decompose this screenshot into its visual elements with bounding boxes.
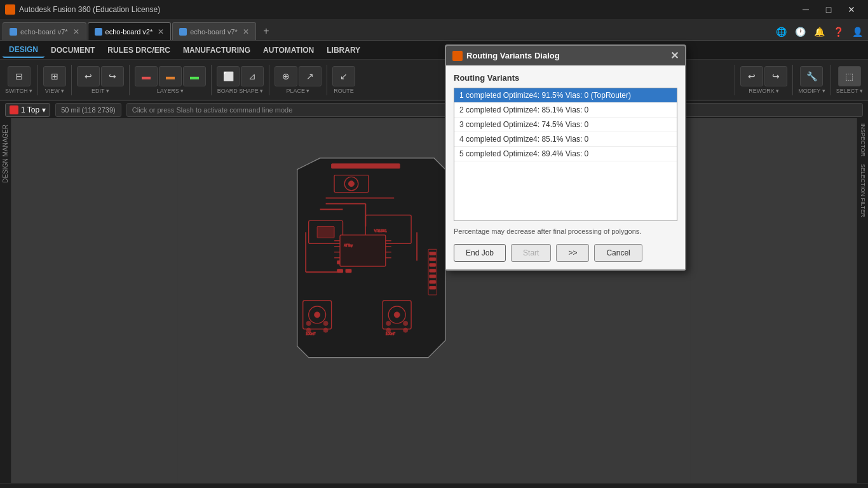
boardshape-btn2[interactable]: ⊿ xyxy=(241,66,264,86)
menu-rules[interactable]: RULES DRC/ERC xyxy=(101,43,177,57)
toolbar-edit-group: ↩ ↪ EDIT ▾ xyxy=(77,66,124,94)
svg-rect-44 xyxy=(430,281,436,283)
view-icon: ⊞ xyxy=(51,72,58,81)
svg-point-32 xyxy=(323,321,328,325)
tab-close-2[interactable]: ✕ xyxy=(158,27,164,36)
dialog-close-button[interactable]: ✕ xyxy=(670,50,679,62)
menu-library[interactable]: LIBRARY xyxy=(320,43,367,57)
avatar-icon[interactable]: 👤 xyxy=(849,24,865,40)
place-btn[interactable]: ⊕ xyxy=(275,66,297,86)
maximize-button[interactable]: □ xyxy=(817,0,840,19)
sep2 xyxy=(71,65,72,95)
select-btn[interactable]: ⬚ xyxy=(838,66,861,86)
menubar: DESIGN DOCUMENT RULES DRC/ERC MANUFACTUR… xyxy=(0,41,868,60)
dialog-title: Routing Variants Dialog xyxy=(466,51,560,60)
undo-toolbar-btn[interactable]: ↩ xyxy=(77,66,100,86)
route-icon: ↙ xyxy=(340,72,348,81)
canvas-area[interactable]: VR1S01 xyxy=(11,118,857,483)
svg-rect-40 xyxy=(430,258,436,261)
route-label: ROUTE xyxy=(334,88,354,94)
layer-bar: 1 Top ▾ 50 mil (118 2739) Click or press… xyxy=(0,100,868,118)
clock-icon[interactable]: 🕐 xyxy=(792,24,808,40)
variant-row-3[interactable]: 3 completed Optimize4: 74.5% Vias: 0 xyxy=(454,118,677,132)
network-icon[interactable]: 🌐 xyxy=(773,24,789,40)
dialog-section-title: Routing Variants xyxy=(454,73,677,83)
rework-btn2[interactable]: ↪ xyxy=(764,66,787,86)
menu-automation[interactable]: AUTOMATION xyxy=(257,43,320,57)
layers-btn1[interactable]: ▬ xyxy=(135,66,158,86)
tab-extras: 🌐 🕐 🔔 ❓ 👤 xyxy=(773,24,865,40)
new-tab-button[interactable]: + xyxy=(257,22,275,40)
variant-row-2[interactable]: 2 completed Optimize4: 85.1% Vias: 0 xyxy=(454,103,677,118)
app-title: Autodesk Fusion 360 (Education License) xyxy=(19,5,794,14)
undo-icon: ↩ xyxy=(85,72,92,81)
bottom-toolbar: ℹ 👁 ↩ ↪ ⊕ ⊖ ⊕ # + ⬤ ⬚ ↗ xyxy=(0,483,868,488)
layers-icon3: ▬ xyxy=(190,72,199,81)
modify-btn[interactable]: 🔧 xyxy=(800,66,823,86)
menu-design[interactable]: DESIGN xyxy=(3,43,44,58)
variant-row-4[interactable]: 4 completed Optimize4: 85.1% Vias: 0 xyxy=(454,132,677,147)
switch-btn[interactable]: ⊟ xyxy=(8,66,31,86)
window-controls: ─ □ ✕ xyxy=(794,0,863,19)
sep8 xyxy=(792,65,793,95)
layers-icon2: ▬ xyxy=(166,72,175,81)
cancel-button[interactable]: Cancel xyxy=(594,244,642,262)
tab-echo-board-v7-1[interactable]: echo-board v7* ✕ xyxy=(3,22,86,40)
help-icon[interactable]: ❓ xyxy=(830,24,846,40)
place-btn2[interactable]: ↗ xyxy=(299,66,322,86)
start-button[interactable]: Start xyxy=(511,244,551,262)
rework-icon2: ↪ xyxy=(772,72,780,81)
place-label: PLACE ▾ xyxy=(286,88,309,94)
tab-close-3[interactable]: ✕ xyxy=(243,27,249,36)
svg-rect-11 xyxy=(317,226,334,238)
tab-label-2: echo-board v2* xyxy=(105,28,153,36)
right-panel: INSPECTOR SELECTION FILTER xyxy=(857,118,868,483)
minimize-button[interactable]: ─ xyxy=(794,0,817,19)
bell-icon[interactable]: 🔔 xyxy=(811,24,827,40)
tab-echo-board-v2[interactable]: echo-board v2* ✕ xyxy=(88,22,172,40)
sep9 xyxy=(831,65,831,95)
tab-close-1[interactable]: ✕ xyxy=(73,27,79,36)
design-manager-label[interactable]: DESIGN MANAGER xyxy=(2,125,9,183)
svg-point-30 xyxy=(306,321,311,325)
routing-variants-dialog: Routing Variants Dialog ✕ Routing Varian… xyxy=(445,44,686,271)
svg-rect-26 xyxy=(337,269,343,273)
layer-color xyxy=(10,105,18,114)
redo-toolbar-btn[interactable]: ↪ xyxy=(101,66,124,86)
dialog-titlebar: Routing Variants Dialog ✕ xyxy=(446,46,685,65)
rework-btn1[interactable]: ↩ xyxy=(740,66,763,86)
menu-document[interactable]: DOCUMENT xyxy=(44,43,101,57)
place-icon2: ↗ xyxy=(306,72,314,81)
close-button[interactable]: ✕ xyxy=(840,0,863,19)
tab-echo-board-v7-3[interactable]: echo-board v7* ✕ xyxy=(172,22,256,40)
place-icon: ⊕ xyxy=(282,72,290,81)
rework-label: REWORK ▾ xyxy=(749,88,779,94)
view-label: VIEW ▾ xyxy=(45,88,65,94)
route-btn[interactable]: ↙ xyxy=(332,66,355,86)
pcb-canvas: VR1S01 xyxy=(11,118,857,483)
dialog-title-icon xyxy=(452,51,463,61)
next-button[interactable]: >> xyxy=(556,244,589,262)
menu-manufacturing[interactable]: MANUFACTURING xyxy=(177,43,257,57)
boardshape-btn[interactable]: ⬜ xyxy=(217,66,240,86)
titlebar: Autodesk Fusion 360 (Education License) … xyxy=(0,0,868,19)
variant-row-5[interactable]: 5 completed Optimize4: 89.4% Vias: 0 xyxy=(454,147,677,161)
layer-selector[interactable]: 1 Top ▾ xyxy=(5,103,50,117)
svg-text:VR1S01: VR1S01 xyxy=(374,229,387,233)
layers-btn2[interactable]: ▬ xyxy=(159,66,182,86)
inspector-label[interactable]: INSPECTOR xyxy=(860,121,866,159)
layers-btn3[interactable]: ▬ xyxy=(183,66,206,86)
layers-icon1: ▬ xyxy=(142,72,151,81)
sep7 xyxy=(735,65,735,95)
view-btn[interactable]: ⊞ xyxy=(43,66,66,86)
sep4 xyxy=(211,65,212,95)
selection-filter-label[interactable]: SELECTION FILTER xyxy=(860,161,866,220)
routing-variants-list[interactable]: 1 completed Optimize4: 91.5% Vias: 0 (To… xyxy=(454,88,677,221)
layer-name: 1 Top xyxy=(21,105,39,114)
svg-rect-2 xyxy=(332,164,400,168)
end-job-button[interactable]: End Job xyxy=(454,244,506,262)
variant-row-1[interactable]: 1 completed Optimize4: 91.5% Vias: 0 (To… xyxy=(454,88,677,103)
redo-icon: ↪ xyxy=(109,72,116,81)
svg-point-33 xyxy=(323,328,328,332)
switch-icon: ⊟ xyxy=(15,72,23,81)
